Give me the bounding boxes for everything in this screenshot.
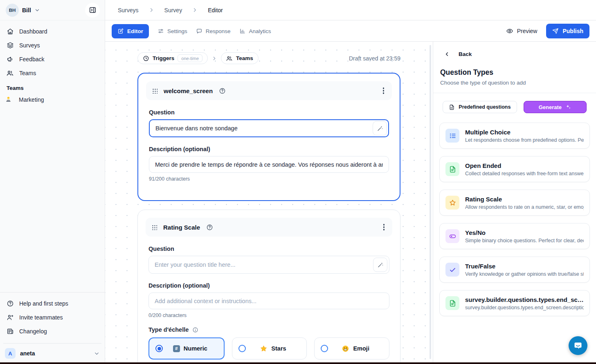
- question-card-header: welcome_screen: [146, 81, 392, 100]
- divider: [433, 93, 596, 93]
- teams-section-heading: Teams: [0, 80, 105, 93]
- radio-selected[interactable]: [155, 345, 163, 352]
- chat-launcher-button[interactable]: [569, 336, 587, 355]
- card-menu-kebab-icon[interactable]: [381, 86, 386, 95]
- file-code-icon: [449, 104, 455, 110]
- account-name: aneta: [20, 350, 89, 357]
- magic-wand-icon[interactable]: [373, 121, 387, 136]
- tab-response[interactable]: Response: [196, 28, 231, 34]
- predefined-label: Predefined questions: [459, 104, 511, 110]
- tab-label: Response: [206, 28, 231, 34]
- sidebar-item-invite[interactable]: Invite teammates: [3, 310, 101, 324]
- question-type-open-ended[interactable]: Open Ended Collect detailed responses wi…: [439, 156, 590, 182]
- back-button[interactable]: Back: [444, 51, 472, 57]
- question-type-rating-scale[interactable]: Rating Scale Allow respondents to rate o…: [439, 190, 590, 216]
- eye-icon: [506, 27, 513, 35]
- teams-chip[interactable]: Teams: [221, 52, 259, 64]
- workspace-switcher[interactable]: BH Bill: [0, 0, 105, 20]
- sidebar-item-label: Invite teammates: [19, 314, 63, 321]
- tab-settings[interactable]: Settings: [157, 28, 187, 34]
- draft-status: Draft saved at 23:59: [349, 55, 400, 62]
- type-name: Rating Scale: [465, 196, 584, 203]
- scale-type-options: # Numeric Stars: [148, 337, 389, 360]
- type-name: Open Ended: [465, 162, 584, 169]
- question-card-title: welcome_screen: [164, 87, 213, 94]
- chevron-right-icon: [192, 7, 198, 13]
- generate-button[interactable]: Generate: [524, 101, 587, 113]
- sidebar-item-dashboard[interactable]: Dashboard: [3, 25, 101, 38]
- sidebar-nav: Dashboard Surveys Feedback Teams: [0, 20, 105, 80]
- file-text-icon: [445, 162, 459, 176]
- number-keycap-icon: #: [173, 345, 180, 352]
- predefined-questions-button[interactable]: Predefined questions: [443, 101, 517, 113]
- technologist-emoji-icon: [5, 96, 12, 103]
- panel-subtitle: Choose the type of question to add: [440, 80, 590, 86]
- window-bottom-edge: [0, 362, 596, 364]
- tab-analytics[interactable]: Analytics: [239, 28, 271, 34]
- sidebar-item-changelog[interactable]: Changelog: [3, 324, 101, 338]
- question-type-true-false[interactable]: True/False Verify knowledge or gather op…: [439, 257, 590, 283]
- megaphone-icon: [7, 56, 14, 63]
- teams-chip-label: Teams: [236, 55, 253, 61]
- home-icon: [7, 28, 14, 35]
- option-label: Emoji: [353, 345, 369, 352]
- tab-label: Editor: [127, 28, 143, 34]
- drag-handle-icon[interactable]: [152, 88, 157, 94]
- card-menu-kebab-icon[interactable]: [382, 222, 386, 232]
- user-plus-icon: [7, 314, 14, 321]
- question-type-yes-no[interactable]: Yes/No Simple binary choice questions. P…: [439, 223, 590, 249]
- sidebar-item-help[interactable]: Help and first steps: [3, 297, 101, 310]
- star-emoji-icon: [260, 345, 268, 353]
- type-name: Multiple Choice: [465, 129, 584, 136]
- sidebar: BH Bill Dashboard Surveys F: [0, 0, 105, 364]
- sidebar-item-feedback[interactable]: Feedback: [3, 52, 101, 66]
- star-icon: [445, 196, 459, 210]
- question-card-rating-scale[interactable]: Rating Scale Question Description (optio…: [137, 210, 400, 364]
- sidebar-item-surveys[interactable]: Surveys: [3, 38, 101, 52]
- sidebar-item-teams[interactable]: Teams: [3, 66, 101, 80]
- drag-handle-icon[interactable]: [152, 225, 157, 230]
- triggers-chip-label: Triggers: [153, 55, 174, 61]
- option-label: Numeric: [184, 345, 207, 352]
- users-icon: [226, 55, 233, 62]
- breadcrumb-surveys[interactable]: Surveys: [118, 7, 139, 13]
- publish-button[interactable]: Publish: [546, 24, 589, 38]
- question-title-input[interactable]: [148, 256, 389, 274]
- scale-option-emoji[interactable]: Emoji: [314, 337, 389, 360]
- scale-type-label: Type d'échelle: [148, 326, 189, 333]
- type-description: survey.builder.questions.types.end_scree…: [465, 305, 584, 310]
- magic-wand-icon[interactable]: [373, 258, 387, 272]
- top-header: Surveys Survey Editor: [105, 0, 596, 20]
- scale-option-stars[interactable]: Stars: [232, 337, 307, 360]
- account-menu[interactable]: A aneta: [5, 348, 100, 359]
- question-title-input[interactable]: [149, 119, 389, 137]
- tab-editor[interactable]: Editor: [112, 24, 149, 38]
- sidebar-collapse-button[interactable]: [85, 3, 100, 18]
- question-type-end-screen[interactable]: survey.builder.questions.types.end_scr..…: [439, 290, 590, 316]
- info-circle-icon[interactable]: [192, 327, 198, 333]
- chevron-right-icon: [148, 7, 155, 13]
- radio-unselected[interactable]: [238, 345, 246, 352]
- help-circle-icon[interactable]: [219, 87, 226, 94]
- question-type-multiple-choice[interactable]: Multiple Choice Let respondents choose f…: [439, 123, 590, 149]
- radio-unselected[interactable]: [321, 345, 328, 352]
- panel-title: Question Types: [440, 68, 590, 77]
- preview-button[interactable]: Preview: [506, 27, 538, 35]
- question-card-welcome-screen[interactable]: welcome_screen Question Description (opt…: [137, 73, 400, 201]
- triggers-chip[interactable]: Triggers one-time: [137, 52, 208, 64]
- question-field-label: Question: [148, 246, 389, 252]
- breadcrumb-survey[interactable]: Survey: [164, 7, 182, 13]
- tab-label: Analytics: [249, 28, 271, 34]
- type-description: Allow respondents to rate on a numeric, …: [465, 204, 584, 210]
- question-description-input[interactable]: [148, 293, 389, 309]
- canvas-scrollbar[interactable]: [430, 45, 431, 359]
- type-name: Yes/No: [465, 229, 584, 236]
- tab-label: Settings: [167, 28, 187, 34]
- question-description-input[interactable]: [149, 156, 389, 173]
- scale-option-numeric[interactable]: # Numeric: [148, 337, 225, 360]
- help-circle-icon[interactable]: [206, 224, 213, 231]
- breadcrumb-editor[interactable]: Editor: [208, 7, 223, 13]
- chevron-down-icon: [34, 7, 40, 13]
- sidebar-item-team-marketing[interactable]: Marketing: [0, 93, 105, 106]
- survey-canvas: Triggers one-time Teams Draft saved at 2…: [105, 42, 433, 364]
